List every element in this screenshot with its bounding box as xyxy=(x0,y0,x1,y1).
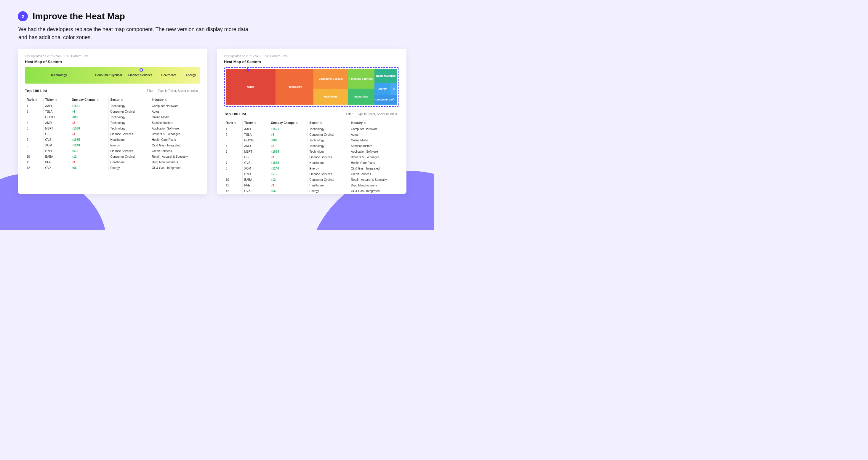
treemap-tile-consumer-def[interactable]: Consumer Def… xyxy=(374,95,397,105)
search-icon[interactable]: ⌕ xyxy=(52,161,53,164)
table-row[interactable]: 10BABA⌕12Consumer CyclicalRetail - Appar… xyxy=(25,154,200,160)
search-icon[interactable]: ⌕ xyxy=(253,133,254,136)
table-row[interactable]: 3GOOGL⌕809TechnologyOnline Media xyxy=(224,138,399,143)
cell-ticker[interactable]: CVX⌕ xyxy=(242,188,269,194)
cell-ticker[interactable]: CVS⌕ xyxy=(242,160,269,166)
table-row[interactable]: 9PYPL⌕512Finance ServicesCredit Services xyxy=(224,171,399,177)
filter-input[interactable] xyxy=(156,88,200,94)
search-icon[interactable]: ⌕ xyxy=(50,133,52,136)
cell-ticker[interactable]: XOM⌕ xyxy=(242,166,269,171)
table-row[interactable]: 8XOM⌕1240EnergyOil & Gas - Integrated xyxy=(25,143,200,148)
table-row[interactable]: 10BABA⌕12Consumer CyclicalRetail - Appar… xyxy=(224,177,399,182)
col-change[interactable]: One-day Change⇅ xyxy=(70,96,108,103)
old-heatmap-segment[interactable]: Finance Services xyxy=(124,67,156,84)
table-row[interactable]: 4AMD⌕2TechnologySemiconductors xyxy=(25,120,200,126)
treemap-tile-financial-services[interactable]: Financial Services xyxy=(348,69,374,89)
treemap-tile-healthcare[interactable]: Healthcare xyxy=(313,89,348,105)
col-industry[interactable]: Industry⇅ xyxy=(349,119,399,126)
old-heatmap-segment[interactable]: Consumer Cyclical xyxy=(93,67,124,84)
search-icon[interactable]: ⌕ xyxy=(253,128,254,131)
cell-ticker[interactable]: PFE⌕ xyxy=(43,160,70,165)
search-icon[interactable]: ⌕ xyxy=(253,173,254,176)
col-ticker[interactable]: Ticker⇅ xyxy=(43,96,70,103)
table-row[interactable]: 1AAPL⌕1521TechnologyComputer Hardware xyxy=(25,103,200,109)
cell-ticker[interactable]: AMD⌕ xyxy=(242,143,269,149)
table-row[interactable]: 3GOOGL⌕809TechnologyOnline Media xyxy=(25,114,200,120)
treemap-tile-c[interactable]: C xyxy=(390,83,397,95)
table-row[interactable]: 5MSFT⌕1058TechnologyApplication Software xyxy=(224,149,399,154)
table-row[interactable]: 8XOM⌕1240EnergyOil & Gas - Integrated xyxy=(224,166,399,171)
col-sector[interactable]: Sector⇅ xyxy=(308,119,349,126)
cell-ticker[interactable]: GOOGL⌕ xyxy=(43,114,70,120)
col-ticker[interactable]: Ticker⇅ xyxy=(242,119,269,126)
search-icon[interactable]: ⌕ xyxy=(251,190,253,193)
treemap-tile-basic-materials[interactable]: Basic Materials xyxy=(374,69,397,83)
search-icon[interactable]: ⌕ xyxy=(53,121,54,124)
search-icon[interactable]: ⌕ xyxy=(252,167,253,170)
treemap-tile-other[interactable]: Other xyxy=(226,69,276,105)
cell-change: 1521 xyxy=(70,103,108,109)
search-icon[interactable]: ⌕ xyxy=(251,184,252,187)
cell-ticker[interactable]: TSLA⌕ xyxy=(43,109,70,114)
search-icon[interactable]: ⌕ xyxy=(54,105,55,108)
cell-ticker[interactable]: AAPL⌕ xyxy=(242,126,269,132)
col-change[interactable]: One-day Change⇅ xyxy=(269,119,308,126)
cell-ticker[interactable]: PFE⌕ xyxy=(242,182,269,188)
table-row[interactable]: 6GS⌕3Finance ServicesBrokers & Exchanges xyxy=(25,131,200,137)
table-row[interactable]: 4AMD⌕2TechnologySemiconductors xyxy=(224,143,399,149)
old-heatmap-segment[interactable]: Energy xyxy=(182,67,200,84)
cell-ticker[interactable]: BABA⌕ xyxy=(242,177,269,182)
col-industry[interactable]: Industry⇅ xyxy=(150,96,200,103)
table-row[interactable]: 2TSLA⌕4Consumer CyclicalAutos xyxy=(25,109,200,114)
table-row[interactable]: 7CVS⌕1885HealthcareHealth Care Plans xyxy=(224,160,399,166)
cell-ticker[interactable]: BABA⌕ xyxy=(43,154,70,160)
cell-ticker[interactable]: CVX⌕ xyxy=(43,165,70,171)
search-icon[interactable]: ⌕ xyxy=(54,110,55,113)
treemap-tile-technology[interactable]: Technology xyxy=(276,69,313,105)
search-icon[interactable]: ⌕ xyxy=(54,155,55,158)
col-rank[interactable]: Rank⇅ xyxy=(224,119,242,126)
cell-ticker[interactable]: MSFT⌕ xyxy=(242,149,269,154)
search-icon[interactable]: ⌕ xyxy=(54,127,56,130)
col-rank[interactable]: Rank⇅ xyxy=(25,96,43,103)
cell-ticker[interactable]: CVS⌕ xyxy=(43,137,70,143)
table-row[interactable]: 5MSFT⌕1058TechnologyApplication Software xyxy=(25,126,200,131)
col-sector[interactable]: Sector⇅ xyxy=(108,96,150,103)
search-icon[interactable]: ⌕ xyxy=(252,145,253,148)
table-row[interactable]: 12CVX⌕66EnergyOil & Gas - Integrated xyxy=(224,188,399,194)
cell-ticker[interactable]: XOM⌕ xyxy=(43,143,70,148)
search-icon[interactable]: ⌕ xyxy=(57,116,58,119)
old-heatmap-segment[interactable]: Healthcare xyxy=(156,67,182,84)
filter-input[interactable] xyxy=(355,111,399,117)
table-row[interactable]: 2TSLA⌕4Consumer CyclicalAutos xyxy=(224,132,399,138)
cell-ticker[interactable]: AMD⌕ xyxy=(43,120,70,126)
table-row[interactable]: 12CVX⌕66EnergyOil & Gas - Integrated xyxy=(25,165,200,171)
cell-ticker[interactable]: AAPL⌕ xyxy=(43,103,70,109)
treemap-tile-energy[interactable]: Energy xyxy=(374,83,390,95)
search-icon[interactable]: ⌕ xyxy=(54,150,55,153)
search-icon[interactable]: ⌕ xyxy=(249,156,251,159)
table-row[interactable]: 11PFE⌕3HealthcareDrug Manufacturers xyxy=(224,182,399,188)
table-row[interactable]: 11PFE⌕3HealthcareDrug Manufacturers xyxy=(25,160,200,165)
table-row[interactable]: 7CVS⌕1885HealthcareHealth Care Plans xyxy=(25,137,200,143)
table-row[interactable]: 1AAPL⌕1521TechnologyComputer Hardware xyxy=(224,126,399,132)
treemap-tile-consumer-cyclical[interactable]: Consumer Cyclical xyxy=(313,69,348,89)
search-icon[interactable]: ⌕ xyxy=(53,144,54,147)
search-icon[interactable]: ⌕ xyxy=(256,139,257,142)
table-row[interactable]: 9PYPL⌕512Finance ServicesCredit Services xyxy=(25,148,200,154)
cell-ticker[interactable]: GS⌕ xyxy=(242,154,269,160)
treemap-tile-industrials[interactable]: Industrials xyxy=(348,89,374,105)
old-heatmap-segment[interactable]: Technology xyxy=(25,67,93,84)
cell-ticker[interactable]: GS⌕ xyxy=(43,131,70,137)
cell-ticker[interactable]: TSLA⌕ xyxy=(242,132,269,138)
search-icon[interactable]: ⌕ xyxy=(251,162,253,165)
table-row[interactable]: 6GS⌕3Finance ServicesBrokers & Exchanges xyxy=(224,154,399,160)
search-icon[interactable]: ⌕ xyxy=(253,150,255,153)
cell-ticker[interactable]: GOOGL⌕ xyxy=(242,138,269,143)
cell-ticker[interactable]: MSFT⌕ xyxy=(43,126,70,131)
search-icon[interactable]: ⌕ xyxy=(253,178,254,181)
search-icon[interactable]: ⌕ xyxy=(52,167,54,170)
cell-ticker[interactable]: PYPL⌕ xyxy=(43,148,70,154)
search-icon[interactable]: ⌕ xyxy=(52,138,54,141)
cell-ticker[interactable]: PYPL⌕ xyxy=(242,171,269,177)
